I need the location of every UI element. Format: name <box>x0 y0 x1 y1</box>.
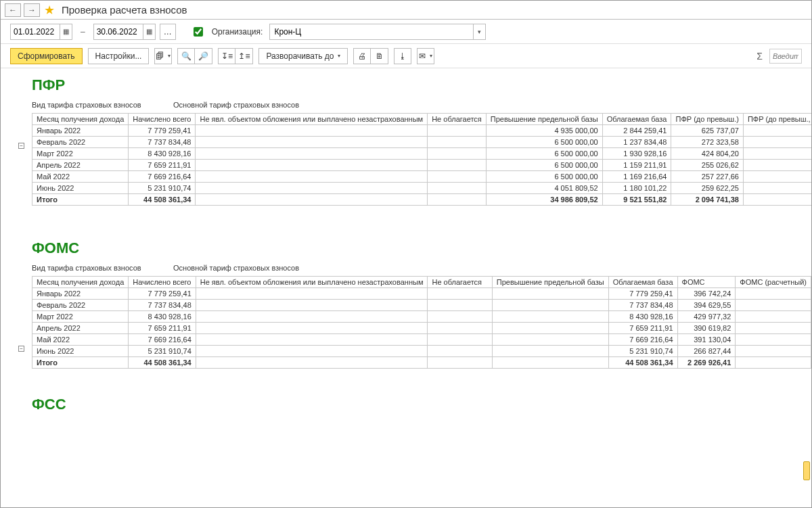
cell[interactable]: 4 051 809,52 <box>486 183 602 194</box>
cell[interactable]: 7 779 259,41 <box>129 125 196 137</box>
quick-search[interactable] <box>769 49 802 64</box>
cell[interactable] <box>428 311 492 323</box>
variant-button[interactable]: 🗐▾ <box>154 48 172 64</box>
favorite-star-icon[interactable]: ★ <box>44 3 55 18</box>
cell[interactable]: 8 430 928,16 <box>129 148 196 160</box>
pfr-table[interactable]: Месяц получения доходаНачислено всегоНе … <box>32 113 811 206</box>
cell[interactable]: Июнь 2022 <box>32 346 129 357</box>
cell[interactable] <box>196 148 428 160</box>
cell[interactable] <box>736 346 811 357</box>
scrollbar-thumb[interactable] <box>803 461 810 480</box>
cell[interactable]: Январь 2022 <box>32 288 129 300</box>
cell[interactable]: 390 619,82 <box>677 323 736 334</box>
table-row[interactable]: Июнь 20225 231 910,745 231 910,74266 827… <box>32 346 811 357</box>
collapse-foms[interactable]: − <box>18 346 24 352</box>
cell[interactable]: Итого <box>32 357 129 369</box>
cell[interactable] <box>736 300 811 311</box>
cell[interactable]: 6 500 000,00 <box>486 137 602 148</box>
cell[interactable]: 1 180 101,22 <box>602 183 671 194</box>
date-to-picker-icon[interactable]: ▦ <box>143 24 155 39</box>
report-area[interactable]: − − ПФР Вид тарифа страховых взносов Осн… <box>1 68 811 507</box>
table-row[interactable]: Январь 20227 779 259,417 779 259,41396 7… <box>32 288 811 300</box>
table-row[interactable]: Февраль 20227 737 834,486 500 000,001 23… <box>32 137 812 148</box>
cell[interactable] <box>428 125 487 137</box>
cell[interactable]: Январь 2022 <box>32 125 129 137</box>
cell[interactable]: 34 986 809,52 <box>486 194 602 206</box>
cell[interactable]: 272 323,58 <box>671 137 743 148</box>
cell[interactable]: 7 669 216,64 <box>129 171 196 183</box>
cell[interactable]: Май 2022 <box>32 334 129 346</box>
cell[interactable] <box>736 311 811 323</box>
column-header[interactable]: Не явл. объектом обложения или выплачено… <box>196 114 428 125</box>
cell[interactable]: 259 622,25 <box>671 183 743 194</box>
cell[interactable] <box>492 288 608 300</box>
cell[interactable]: Март 2022 <box>32 311 129 323</box>
cell[interactable] <box>196 346 428 357</box>
cell[interactable] <box>492 357 608 369</box>
date-to-input[interactable] <box>94 24 143 39</box>
cell[interactable] <box>492 346 608 357</box>
find-button[interactable]: 🔍 <box>177 48 195 64</box>
table-row[interactable]: Май 20227 669 216,647 669 216,64391 130,… <box>32 334 811 346</box>
cell[interactable]: 396 742,24 <box>677 288 736 300</box>
cell[interactable]: 7 737 834,48 <box>608 300 677 311</box>
cell[interactable]: 7 779 259,41 <box>608 288 677 300</box>
org-input[interactable] <box>269 24 486 40</box>
expand-to-button[interactable]: Разворачивать до▾ <box>258 48 348 64</box>
cell[interactable] <box>743 160 811 171</box>
cell[interactable]: Февраль 2022 <box>32 300 129 311</box>
cell[interactable] <box>196 125 428 137</box>
cell[interactable] <box>743 194 811 206</box>
cell[interactable]: 394 629,55 <box>677 300 736 311</box>
cell[interactable] <box>492 300 608 311</box>
cell[interactable] <box>196 334 428 346</box>
collapse-pfr[interactable]: − <box>18 143 24 149</box>
column-header[interactable]: Облагаемая база <box>608 277 677 288</box>
column-header[interactable]: Не облагается <box>428 114 487 125</box>
cell[interactable] <box>428 183 487 194</box>
column-header[interactable]: Начислено всего <box>129 114 196 125</box>
column-header[interactable]: Месяц получения дохода <box>32 114 129 125</box>
cell[interactable]: Апрель 2022 <box>32 160 129 171</box>
cell[interactable] <box>428 357 492 369</box>
cell[interactable]: 625 737,07 <box>671 125 743 137</box>
forward-button[interactable]: → <box>24 3 40 17</box>
cell[interactable]: 8 430 928,16 <box>608 311 677 323</box>
cell[interactable]: 429 977,32 <box>677 311 736 323</box>
cell[interactable] <box>428 194 487 206</box>
cell[interactable] <box>196 171 428 183</box>
cell[interactable] <box>743 125 811 137</box>
cell[interactable]: Июнь 2022 <box>32 183 129 194</box>
column-header[interactable]: Начислено всего <box>129 277 196 288</box>
sum-icon[interactable]: Σ <box>757 51 763 62</box>
cell[interactable]: 44 508 361,34 <box>129 194 196 206</box>
mail-button[interactable]: ✉▾ <box>417 48 434 64</box>
cell[interactable]: 1 169 216,64 <box>602 171 671 183</box>
cell[interactable]: Итого <box>32 194 129 206</box>
table-row[interactable]: Март 20228 430 928,166 500 000,001 930 9… <box>32 148 812 160</box>
find-next-button[interactable]: 🔎 <box>195 48 212 64</box>
cell[interactable]: 8 430 928,16 <box>129 311 196 323</box>
cell[interactable] <box>736 323 811 334</box>
cell[interactable] <box>428 323 492 334</box>
cell[interactable]: 1 237 834,48 <box>602 137 671 148</box>
cell[interactable]: 2 094 741,38 <box>671 194 743 206</box>
cell[interactable] <box>736 334 811 346</box>
cell[interactable]: 7 659 211,91 <box>129 323 196 334</box>
cell[interactable]: 391 130,04 <box>677 334 736 346</box>
cell[interactable] <box>743 148 811 160</box>
cell[interactable] <box>736 357 811 369</box>
cell[interactable] <box>196 300 428 311</box>
cell[interactable] <box>196 288 428 300</box>
cell[interactable]: Май 2022 <box>32 171 129 183</box>
cell[interactable] <box>196 311 428 323</box>
cell[interactable]: 44 508 361,34 <box>129 357 196 369</box>
table-row[interactable]: Июнь 20225 231 910,744 051 809,521 180 1… <box>32 183 812 194</box>
cell[interactable]: 9 521 551,82 <box>602 194 671 206</box>
cell[interactable] <box>428 171 487 183</box>
cell[interactable]: Февраль 2022 <box>32 137 129 148</box>
date-from-picker-icon[interactable]: ▦ <box>60 24 72 39</box>
column-header[interactable]: Месяц получения дохода <box>32 277 129 288</box>
cell[interactable]: 424 804,20 <box>671 148 743 160</box>
column-header[interactable]: ФОМС (расчетный) <box>736 277 811 288</box>
